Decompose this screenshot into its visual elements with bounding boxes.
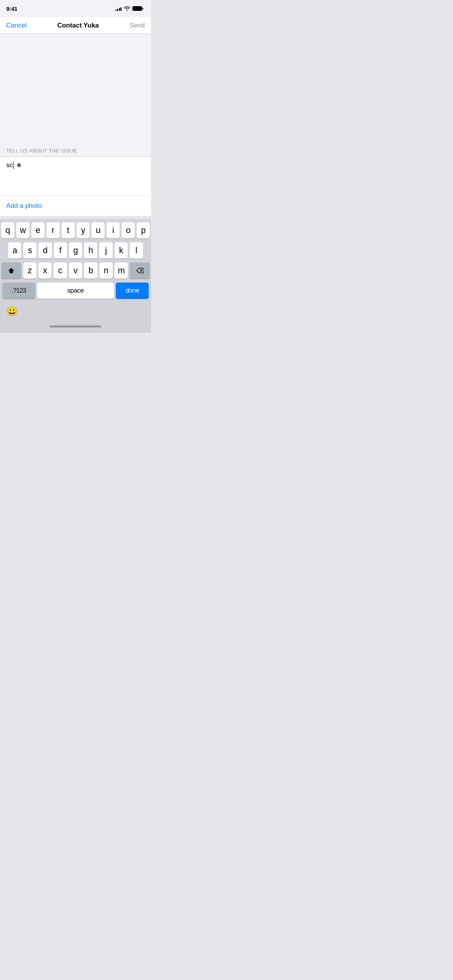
wifi-icon bbox=[124, 5, 130, 12]
nav-title: Contact Yuka bbox=[57, 22, 99, 29]
key-f[interactable]: f bbox=[54, 242, 67, 259]
key-o[interactable]: o bbox=[122, 222, 135, 238]
cursor-drag-handle[interactable] bbox=[17, 163, 21, 167]
key-q[interactable]: q bbox=[1, 222, 14, 238]
text-input-area[interactable]: sc bbox=[0, 157, 151, 195]
space-key[interactable]: space bbox=[37, 283, 114, 299]
send-button[interactable]: Send bbox=[129, 22, 145, 29]
key-a[interactable]: a bbox=[8, 242, 21, 259]
signal-icon bbox=[115, 7, 122, 11]
typed-text: sc bbox=[6, 161, 13, 169]
status-icons bbox=[115, 5, 144, 12]
key-b[interactable]: b bbox=[84, 262, 97, 279]
key-w[interactable]: w bbox=[16, 222, 29, 238]
key-i[interactable]: i bbox=[106, 222, 120, 238]
key-n[interactable]: n bbox=[100, 262, 113, 279]
key-x[interactable]: x bbox=[38, 262, 51, 279]
delete-key[interactable] bbox=[130, 262, 150, 279]
key-z[interactable]: z bbox=[23, 262, 36, 279]
emoji-button[interactable]: 😀 bbox=[6, 306, 18, 317]
shift-key[interactable] bbox=[1, 262, 21, 279]
key-u[interactable]: u bbox=[91, 222, 105, 238]
key-t[interactable]: t bbox=[62, 222, 75, 238]
key-y[interactable]: y bbox=[77, 222, 90, 238]
key-j[interactable]: j bbox=[99, 242, 112, 259]
keyboard-row-1: q w e r t y u i o p bbox=[1, 222, 150, 238]
section-label-wrapper: TELL US ABOUT THE ISSUE bbox=[0, 142, 151, 156]
key-l[interactable]: l bbox=[130, 242, 143, 259]
keyboard-row-3: z x c v b n m bbox=[1, 262, 150, 279]
key-r[interactable]: r bbox=[46, 222, 60, 238]
emoji-bar: 😀 bbox=[0, 303, 151, 320]
cancel-button[interactable]: Cancel bbox=[6, 22, 27, 29]
status-bar: 9:41 bbox=[0, 0, 151, 17]
key-h[interactable]: h bbox=[84, 242, 97, 259]
keyboard-row-2: a s d f g h j k l bbox=[1, 242, 150, 259]
keyboard-bottom-row: .?123 space done bbox=[1, 283, 150, 301]
key-s[interactable]: s bbox=[23, 242, 36, 259]
content-area bbox=[0, 34, 151, 142]
key-m[interactable]: m bbox=[115, 262, 128, 279]
keyboard: q w e r t y u i o p a s d f g h j k l z … bbox=[0, 219, 151, 303]
battery-icon bbox=[132, 6, 143, 11]
num-key[interactable]: .?123 bbox=[2, 283, 35, 299]
home-bar bbox=[50, 326, 101, 327]
key-c[interactable]: c bbox=[53, 262, 67, 279]
status-time: 9:41 bbox=[6, 5, 17, 12]
text-cursor bbox=[13, 161, 14, 169]
section-label: TELL US ABOUT THE ISSUE bbox=[6, 148, 77, 154]
key-g[interactable]: g bbox=[69, 242, 82, 259]
nav-bar: Cancel Contact Yuka Send bbox=[0, 17, 151, 34]
key-p[interactable]: p bbox=[137, 222, 150, 238]
add-photo-button[interactable]: Add a photo bbox=[6, 202, 42, 209]
photo-section: Add a photo bbox=[0, 196, 151, 216]
home-indicator-area bbox=[0, 320, 151, 333]
key-e[interactable]: e bbox=[31, 222, 45, 238]
done-key[interactable]: done bbox=[116, 283, 149, 299]
text-content: sc bbox=[6, 161, 145, 169]
key-k[interactable]: k bbox=[115, 242, 128, 259]
key-v[interactable]: v bbox=[69, 262, 82, 279]
key-d[interactable]: d bbox=[38, 242, 51, 259]
